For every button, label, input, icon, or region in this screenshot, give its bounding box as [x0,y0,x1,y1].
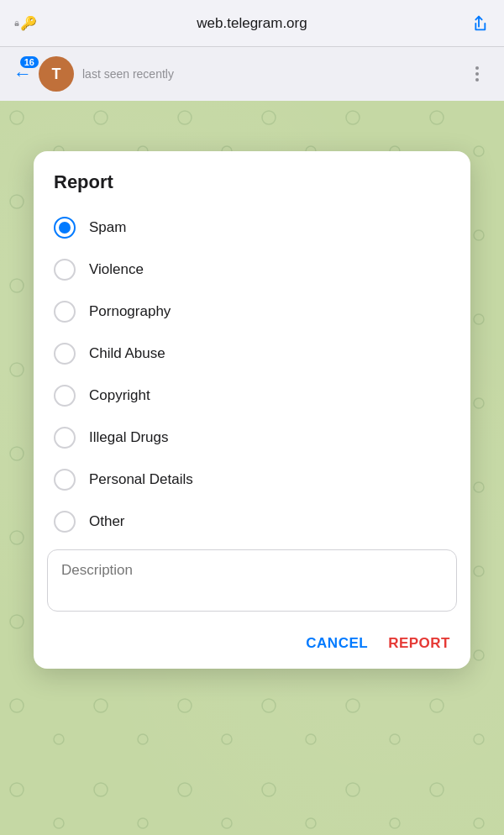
radio-label-other: Other [89,513,125,530]
report-button[interactable]: REPORT [388,635,450,652]
radio-label-personal-details: Personal Details [89,471,193,488]
radio-circle-icon [54,301,76,323]
radio-option-other[interactable]: Other [34,501,470,543]
radio-label-child-abuse: Child Abuse [89,345,165,362]
radio-option-child-abuse[interactable]: Child Abuse [34,333,470,375]
share-icon[interactable] [467,12,491,35]
description-container [47,549,457,612]
avatar: T [39,56,74,92]
radio-option-personal-details[interactable]: Personal Details [34,459,470,501]
svg-point-0 [15,21,18,24]
radio-label-pornography: Pornography [89,303,171,320]
lock-icon: 🔑 [13,12,37,35]
radio-circle-icon [54,469,76,491]
modal-actions: CANCEL REPORT [34,625,470,669]
radio-selected-indicator [59,222,71,234]
description-input[interactable] [61,562,443,596]
dot-icon [475,72,479,76]
report-modal: Report SpamViolencePornographyChild Abus… [34,151,470,669]
contact-status: last seen recently [82,67,464,81]
radio-circle-icon [54,343,76,365]
notification-badge: 16 [20,56,39,68]
radio-circle-icon [54,511,76,533]
dot-icon [475,78,479,81]
cancel-button[interactable]: CANCEL [306,635,368,652]
svg-point-2 [17,24,18,24]
contact-info: last seen recently [82,67,464,81]
modal-title: Report [34,171,470,207]
radio-circle-icon [54,427,76,449]
back-button[interactable]: 16 ← [13,63,32,85]
radio-options: SpamViolencePornographyChild AbuseCopyri… [34,207,470,543]
radio-label-illegal-drugs: Illegal Drugs [89,429,169,446]
radio-label-copyright: Copyright [89,387,150,404]
more-options-button[interactable] [464,60,491,87]
radio-label-spam: Spam [89,219,126,236]
radio-option-spam[interactable]: Spam [34,207,470,249]
radio-option-pornography[interactable]: Pornography [34,291,470,333]
browser-bar: 🔑 web.telegram.org [0,0,504,47]
telegram-header: 16 ← T last seen recently [0,47,504,101]
radio-label-violence: Violence [89,261,144,278]
radio-circle-icon [54,217,76,239]
url-display[interactable]: web.telegram.org [37,15,467,32]
dot-icon [475,66,479,70]
radio-option-illegal-drugs[interactable]: Illegal Drugs [34,417,470,459]
radio-circle-icon [54,385,76,407]
modal-overlay: Report SpamViolencePornographyChild Abus… [0,101,504,835]
radio-option-copyright[interactable]: Copyright [34,375,470,417]
radio-circle-icon [54,259,76,281]
radio-option-violence[interactable]: Violence [34,249,470,291]
